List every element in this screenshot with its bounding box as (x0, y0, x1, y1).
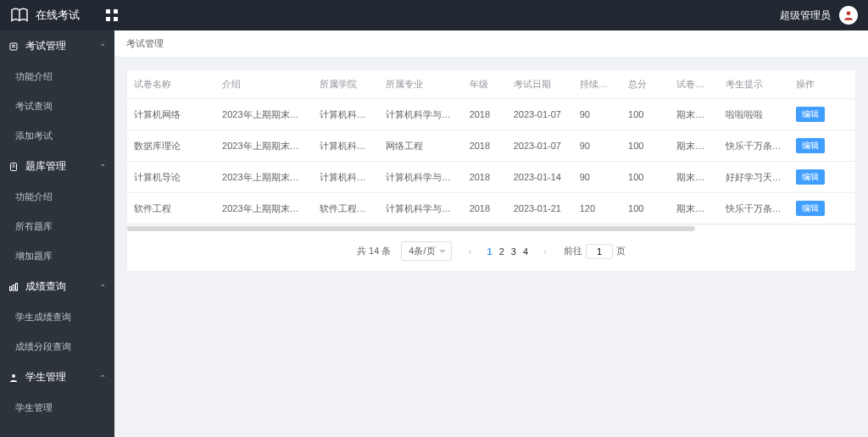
cell-major: 网络工程 (379, 130, 463, 162)
nav-group-title[interactable]: 学生管理⌃ (0, 362, 114, 393)
cell-type: 期末考试 (670, 162, 718, 193)
cell-name: 计算机导论 (127, 162, 215, 193)
goto-input[interactable] (586, 244, 613, 259)
cell-intro: 2023年上期期末考试 (215, 162, 313, 193)
page-number[interactable]: 2 (496, 244, 508, 259)
nav-group-label: 成绩查询 (25, 279, 66, 294)
cell-type: 期末考试 (670, 130, 718, 162)
cell-ops: 编辑删除 (789, 99, 855, 130)
th-date: 考试日期 (507, 70, 573, 99)
th-ops: 操作 (789, 70, 855, 99)
cell-type: 期末考试 (670, 193, 718, 224)
cell-major: 计算机科学与技术 (379, 193, 463, 224)
page-size-select[interactable]: 4条/页 (401, 241, 451, 261)
chevron-up-icon: ⌃ (99, 41, 106, 51)
nav-group-icon (8, 282, 20, 292)
nav-item[interactable]: 所有题库 (0, 212, 114, 241)
edit-button[interactable]: 编辑 (796, 169, 825, 185)
nav-item[interactable]: 添加考试 (0, 121, 114, 151)
cell-college: 软件工程学院 (313, 193, 379, 224)
nav-item[interactable]: 学生管理 (0, 393, 114, 423)
table-card: 试卷名称 介绍 所属学院 所属专业 年级 考试日期 持续时间 总分 试卷类型 考… (126, 69, 856, 272)
cell-ops: 编辑删除 (789, 130, 855, 162)
edit-button[interactable]: 编辑 (796, 107, 825, 122)
nav-group-icon (8, 41, 20, 52)
brand-title: 在线考试 (36, 8, 80, 23)
cell-name: 数据库理论 (127, 130, 215, 162)
chevron-up-icon: ⌃ (99, 162, 106, 171)
cell-duration: 90 (573, 162, 621, 193)
svg-rect-9 (16, 283, 18, 290)
goto-prefix: 前往 (564, 245, 582, 257)
chevron-up-icon: ⌃ (99, 282, 106, 291)
svg-point-4 (847, 11, 851, 15)
th-duration: 持续时间 (573, 70, 621, 99)
th-intro: 介绍 (215, 70, 313, 99)
nav-group-icon (8, 162, 20, 172)
nav-item[interactable]: 功能介绍 (0, 182, 114, 212)
user-role-label[interactable]: 超级管理员 (780, 8, 831, 23)
th-score: 总分 (621, 70, 670, 99)
table-row: 软件工程2023年上期期末考试软件工程学院计算机科学与技术20182023-01… (127, 193, 855, 224)
th-tip: 考生提示 (719, 70, 789, 99)
svg-rect-8 (13, 285, 14, 290)
nav-group-icon (8, 373, 20, 383)
nav-item[interactable]: 成绩分段查询 (0, 332, 114, 362)
horizontal-scrollbar[interactable] (127, 224, 855, 231)
nav-item[interactable]: 考试查询 (0, 91, 114, 121)
page-number[interactable]: 4 (520, 244, 531, 259)
cell-date: 2023-01-14 (507, 162, 573, 193)
page-next[interactable]: › (537, 244, 554, 259)
cell-tip: 快乐千万条，学习第一条 (719, 130, 789, 162)
page-number[interactable]: 3 (508, 244, 520, 259)
cell-major: 计算机科学与技术 (379, 162, 463, 193)
edit-button[interactable]: 编辑 (796, 138, 825, 153)
avatar[interactable] (839, 6, 858, 25)
table-scroll[interactable]: 试卷名称 介绍 所属学院 所属专业 年级 考试日期 持续时间 总分 试卷类型 考… (127, 70, 855, 224)
svg-rect-2 (106, 17, 110, 21)
nav-group-title[interactable]: 考试管理⌃ (0, 30, 114, 62)
chevron-up-icon: ⌃ (99, 373, 106, 382)
cell-name: 计算机网络 (127, 99, 215, 130)
cell-score: 100 (621, 99, 670, 130)
edit-button[interactable]: 编辑 (796, 201, 825, 216)
cell-tip: 好好学习天天向上 (719, 162, 789, 193)
nav-group-label: 题库管理 (25, 159, 66, 174)
page-number[interactable]: 1 (484, 244, 496, 259)
page-prev[interactable]: ‹ (462, 244, 479, 259)
cell-date: 2023-01-07 (507, 99, 573, 130)
th-grade: 年级 (463, 70, 507, 99)
svg-rect-7 (10, 286, 12, 290)
nav-group-title[interactable]: 成绩查询⌃ (0, 271, 114, 302)
apps-grid-icon[interactable] (105, 8, 119, 22)
cell-type: 期末考试 (670, 99, 718, 130)
nav-group-title[interactable]: 题库管理⌃ (0, 151, 114, 182)
cell-college: 计算机科学学院 (313, 130, 379, 162)
scrollbar-thumb[interactable] (127, 226, 695, 231)
svg-rect-1 (114, 9, 118, 14)
cell-tip: 快乐千万条，学习第一条 (719, 193, 789, 224)
main: 考试管理 试卷名称 介绍 所属学院 所属专业 年级 考试日期 (114, 30, 868, 437)
nav-item[interactable]: 增加题库 (0, 241, 114, 271)
topbar-left: 在线考试 (10, 8, 119, 23)
cell-score: 100 (621, 130, 670, 162)
cell-grade: 2018 (463, 193, 507, 224)
content-area: 试卷名称 介绍 所属学院 所属专业 年级 考试日期 持续时间 总分 试卷类型 考… (114, 58, 868, 437)
table-row: 计算机导论2023年上期期末考试计算机科学学院计算机科学与技术20182023-… (127, 162, 855, 193)
sidebar: 考试管理⌃功能介绍考试查询添加考试题库管理⌃功能介绍所有题库增加题库成绩查询⌃学… (0, 30, 114, 437)
cell-grade: 2018 (463, 99, 507, 130)
cell-intro: 2023年上期期末考试 (215, 193, 313, 224)
pagination: 共 14 条 4条/页 ‹ 1234 › 前往 页 (127, 231, 855, 271)
svg-point-10 (12, 374, 15, 378)
topbar-right: 超级管理员 (780, 6, 858, 25)
th-type: 试卷类型 (670, 70, 718, 99)
cell-intro: 2023年上期期末考试 (215, 130, 313, 162)
th-college: 所属学院 (313, 70, 379, 99)
exam-table: 试卷名称 介绍 所属学院 所属专业 年级 考试日期 持续时间 总分 试卷类型 考… (127, 70, 855, 224)
cell-college: 计算机科学学院 (313, 99, 379, 130)
brand: 在线考试 (10, 8, 80, 23)
cell-ops: 编辑删除 (789, 162, 855, 193)
th-name: 试卷名称 (127, 70, 215, 99)
nav-item[interactable]: 学生成绩查询 (0, 302, 114, 332)
nav-item[interactable]: 功能介绍 (0, 62, 114, 91)
